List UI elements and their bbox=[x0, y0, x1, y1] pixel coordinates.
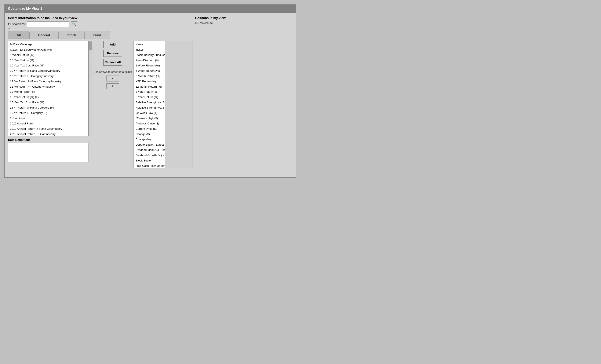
arrows-label: Use arrows to order data points bbox=[93, 70, 132, 74]
search-input[interactable] bbox=[27, 21, 70, 27]
list-item[interactable]: 2019 Annual Return bbox=[10, 121, 87, 126]
list-item[interactable]: 15 Year Tax Cost Ratio (%) bbox=[10, 100, 87, 105]
arrow-up-button[interactable]: ▲ bbox=[106, 76, 119, 81]
controls-column: Add Remove Remove All Use arrows to orde… bbox=[93, 41, 132, 168]
tab-all[interactable]: All bbox=[8, 31, 30, 39]
list-item[interactable]: 15 Yr Return % Rank Category (F) bbox=[10, 105, 87, 111]
list-item[interactable]: 10 Year Return (%) bbox=[10, 58, 87, 63]
columns-list-item[interactable]: Current Price ($) bbox=[135, 126, 163, 132]
columns-list-item[interactable]: 5 Year Return (%) bbox=[135, 95, 163, 100]
list-item[interactable]: 1-Star Price bbox=[10, 116, 87, 121]
list-item[interactable]: 12 Mo Return % Rank Category/Industry bbox=[10, 79, 87, 84]
list-item[interactable]: 1 Week Return (%) bbox=[10, 52, 87, 58]
tab-stock[interactable]: Stock bbox=[59, 31, 85, 39]
arrow-up-icon: ▲ bbox=[111, 77, 114, 80]
list-item[interactable]: 15 Year Return (%) (F) bbox=[10, 95, 87, 100]
columns-list-item[interactable]: 52-Week Low ($) bbox=[135, 111, 163, 116]
right-section-title: Columns in my view bbox=[195, 16, 292, 20]
columns-list-item[interactable]: 3 Year Return (%) bbox=[135, 89, 163, 95]
content-area: % Data Coverage(Cash - LT Debt)/Market C… bbox=[8, 41, 292, 168]
remove-button[interactable]: Remove bbox=[103, 50, 122, 57]
scrollbar-thumb bbox=[89, 41, 92, 50]
list-item[interactable]: 2019 Annual Return +/- Cat/Industry bbox=[10, 132, 87, 136]
data-definition-label: Data Definition: bbox=[8, 138, 92, 142]
columns-subtitle: (35 Maximum) bbox=[195, 21, 292, 25]
columns-list-item[interactable]: 52-Week High ($) bbox=[135, 116, 163, 121]
list-item[interactable]: 15 Yr Return +/- Category (F) bbox=[10, 111, 87, 116]
columns-list-item[interactable]: Dividend Yield (%) - Trailing 12 Months bbox=[135, 148, 163, 153]
customize-dialog: Customize My View 1 Select information t… bbox=[4, 4, 296, 178]
columns-list-item[interactable]: Stock Industry/Fund Category bbox=[135, 52, 163, 58]
columns-list-item[interactable]: Prem/Discount (%) bbox=[135, 58, 163, 63]
list-item[interactable]: 12 Month Return (%) bbox=[10, 89, 87, 95]
list-item[interactable]: 12 Mo Return +/- Category/Industry bbox=[10, 84, 87, 90]
columns-list-item[interactable]: Stock Sector bbox=[135, 158, 163, 163]
search-label: Or search for bbox=[8, 22, 25, 26]
columns-list-item[interactable]: Previous Close ($) bbox=[135, 121, 163, 126]
search-icon: 🔍 bbox=[72, 22, 76, 26]
tab-general[interactable]: General bbox=[30, 31, 59, 39]
columns-list-item[interactable]: Ticker bbox=[135, 47, 163, 52]
columns-list-item[interactable]: Free Cash Flow/Market Cap (%) bbox=[135, 163, 163, 168]
list-item[interactable]: 10 Yr Return % Rank Category/Industry bbox=[10, 68, 87, 74]
list-item[interactable]: % Data Coverage bbox=[10, 42, 87, 47]
columns-list-item[interactable]: Change ($) bbox=[135, 132, 163, 137]
columns-list-item[interactable]: 4 Week Return (%) bbox=[135, 68, 163, 74]
columns-list-scrollbar[interactable] bbox=[165, 41, 193, 168]
columns-list-item[interactable]: Change (%) bbox=[135, 137, 163, 142]
tabs-row: All General Stock Fund bbox=[8, 31, 195, 39]
list-item[interactable]: (Cash - LT Debt)/Market Cap (%) bbox=[10, 47, 87, 52]
search-button[interactable]: 🔍 bbox=[71, 21, 77, 27]
columns-list-item[interactable]: 3 Month Return (%) bbox=[135, 74, 163, 79]
arrow-down-icon: ▼ bbox=[111, 85, 114, 88]
list-item[interactable]: 10 Yr Return +/- Category/Industry bbox=[10, 74, 87, 79]
columns-list-item[interactable]: Debt to Equity - Latest Quarter bbox=[135, 142, 163, 148]
columns-list-item[interactable]: Dividend Growth (%) - 3 Year bbox=[135, 153, 163, 158]
dialog-title: Customize My View 1 bbox=[5, 5, 296, 13]
available-items-list[interactable]: % Data Coverage(Cash - LT Debt)/Market C… bbox=[8, 41, 89, 136]
arrow-down-button[interactable]: ▼ bbox=[106, 83, 119, 89]
list-item[interactable]: 2019 Annual Return % Rank Cat/Industry bbox=[10, 126, 87, 132]
available-list-scrollbar[interactable] bbox=[89, 41, 92, 136]
add-button[interactable]: Add bbox=[103, 41, 122, 48]
remove-all-button[interactable]: Remove All bbox=[103, 59, 122, 66]
data-definition-box bbox=[8, 143, 89, 162]
columns-list[interactable]: NameTickerStock Industry/Fund CategoryPr… bbox=[133, 41, 165, 168]
tab-fund[interactable]: Fund bbox=[85, 31, 110, 39]
columns-list-item[interactable]: YTD Return (%) bbox=[135, 79, 163, 84]
columns-list-item[interactable]: 12 Month Return (%) bbox=[135, 84, 163, 90]
left-section-title: Select information to be included in you… bbox=[8, 16, 195, 20]
columns-list-item[interactable]: Relative Strength vs. S&P 500 - 3 Mo (S) bbox=[135, 105, 163, 111]
columns-list-item[interactable]: Relative Strength vs. S&P 500 - 1 Mo (S) bbox=[135, 100, 163, 105]
columns-list-item[interactable]: 1 Week Return (%) bbox=[135, 63, 163, 68]
list-item[interactable]: 10 Year Tax Cost Ratio (%) bbox=[10, 63, 87, 68]
columns-list-item[interactable]: Name bbox=[135, 42, 163, 47]
